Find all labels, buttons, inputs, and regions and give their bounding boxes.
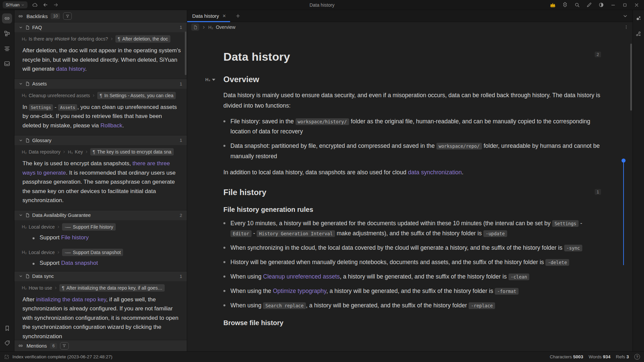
list-item[interactable]: When using Cleanup unreferenced assets, … (223, 272, 603, 282)
panel-scrollbar[interactable] (185, 32, 186, 75)
heading-text[interactable]: File history (223, 188, 603, 197)
backlink-paragraph[interactable]: In Settings - Assets, you can clean up u… (22, 103, 181, 130)
p-block[interactable]: Data history is mainly used to ensure da… (223, 90, 603, 111)
close-icon[interactable] (634, 2, 639, 8)
backlink-breadcrumb[interactable]: H₂Local device·—Support Data snapshot (14, 246, 187, 257)
list-item[interactable]: When using the Optimize typography, a hi… (223, 286, 603, 296)
backlink-section-header[interactable]: FAQ1 (14, 22, 187, 32)
more-menu-icon[interactable] (624, 25, 629, 29)
editor-scrollbar[interactable] (630, 44, 632, 111)
breadcrumb-chip[interactable]: ¶After deletion, the doc (115, 35, 170, 43)
backlink-section-header[interactable]: Assets1 (14, 79, 187, 89)
backlink-paragraph[interactable]: The key is used to encrypt data snapshot… (22, 159, 181, 205)
collapse-caret-icon[interactable] (19, 25, 23, 29)
heading-text[interactable]: Browse file history (223, 319, 603, 327)
tab-close-icon[interactable]: ✕ (222, 13, 226, 18)
theme-contrast-icon[interactable] (598, 2, 604, 8)
heading-text[interactable]: OverviewH₂ (223, 75, 603, 84)
mentions-filter-button[interactable] (60, 342, 69, 350)
membership-crown-icon[interactable] (550, 2, 556, 8)
backlink-section-header[interactable]: Data Availability Guarantee2 (14, 210, 187, 220)
backlink-paragraph[interactable]: After initializing the data repo key, if… (22, 295, 181, 340)
backlink-paragraph[interactable]: After deletion, the doc will not appear … (22, 46, 181, 74)
document-content[interactable]: Data history2OverviewH₂Data history is m… (187, 32, 633, 351)
inbox-dock-icon[interactable] (2, 59, 12, 69)
backlink-breadcrumb[interactable]: H₂Local device·—Support File history (14, 220, 187, 232)
global-graph-dock-icon[interactable] (634, 29, 643, 39)
h3-block[interactable]: File history generation rules (223, 206, 603, 214)
block-ref-link[interactable]: Rollback (100, 122, 122, 129)
bookmark-dock-icon[interactable] (2, 323, 12, 333)
search-icon[interactable] (574, 2, 580, 8)
text-run: Support (40, 260, 61, 266)
collapse-caret-icon[interactable] (19, 213, 23, 217)
h2-block[interactable]: OverviewH₂ (223, 75, 603, 84)
mentions-bar[interactable]: Mentions 6 (14, 340, 187, 351)
ref-count-badge[interactable]: 2 (595, 52, 601, 57)
breadcrumb-heading-text[interactable]: Overview (216, 24, 235, 30)
list-item[interactable]: File history: saved in the workspace/his… (223, 116, 603, 136)
list-item[interactable]: When using Search replace, a history wil… (223, 300, 603, 310)
backlink-section-header[interactable]: Data sync1 (14, 271, 187, 281)
breadcrumb-chip[interactable]: ·—Support File history (62, 223, 115, 231)
backlinks-filter-button[interactable] (63, 12, 72, 20)
tag-dock-icon[interactable] (2, 338, 12, 348)
h1-block[interactable]: Data history2 (223, 50, 603, 63)
collapse-caret-icon[interactable] (19, 138, 23, 142)
heading-gutter[interactable]: H₂ (205, 77, 215, 82)
h3-block[interactable]: Browse file history (223, 319, 603, 327)
minimize-icon[interactable] (610, 2, 616, 8)
backlink-breadcrumb[interactable]: H₂How to use¶After initializing the data… (14, 281, 187, 293)
backlink-list-item[interactable]: Support File history (33, 234, 181, 241)
heading-text[interactable]: Data history (223, 50, 603, 63)
backlink-breadcrumb[interactable]: H₂Data repositoryH₃Key¶The key is used t… (14, 145, 187, 157)
list-item[interactable]: When synchronizing in the cloud, the loc… (223, 243, 603, 253)
breadcrumb-chip[interactable]: ¶In Settings - Assets, you can clea (97, 92, 176, 99)
backlink-doc-count: 1 (180, 138, 182, 143)
p-block[interactable]: In addition to local data history, data … (223, 167, 603, 178)
maximize-icon[interactable] (622, 2, 628, 8)
backlink-list-item[interactable]: Support Data snapshot (33, 260, 181, 266)
block-ref-link[interactable]: initializing the data repo key (36, 296, 106, 303)
backlinks-dock-icon[interactable] (2, 13, 12, 23)
backlink-doc-title: Assets (32, 81, 47, 86)
back-icon[interactable] (43, 2, 48, 8)
paragraph-text[interactable]: In addition to local data history, data … (223, 167, 603, 178)
list-item[interactable]: History will be generated when manually … (223, 257, 603, 267)
graph-dock-icon[interactable] (2, 28, 12, 39)
block-ref-link[interactable]: data history (56, 66, 85, 72)
backlink-breadcrumb[interactable]: H₂Cleanup unreferenced assets¶In Setting… (14, 89, 187, 100)
ul-block[interactable]: File history: saved in the workspace/his… (223, 116, 603, 161)
breadcrumb-chip[interactable]: ¶After initializing the data repo key, i… (59, 284, 165, 292)
block-ref-link[interactable]: Optimize typography (273, 288, 326, 294)
block-ref-link[interactable]: File history (61, 234, 89, 241)
cloud-sync-icon[interactable] (32, 2, 38, 8)
backlink-graph-dock-icon[interactable] (634, 13, 643, 23)
tab-menu-chevron-icon[interactable] (623, 13, 633, 19)
tab-data-history[interactable]: Data history ✕ (187, 10, 230, 22)
block-ref-link[interactable]: Cleanup unreferenced assets (263, 273, 340, 280)
breadcrumb-chip[interactable]: ¶The key is used to encrypt data sna (90, 148, 174, 156)
app-menu-button[interactable]: SiYuan (3, 1, 28, 8)
edit-pencil-icon[interactable] (586, 2, 592, 8)
plugin-icon[interactable] (562, 2, 568, 8)
h2-block[interactable]: File history1 (223, 188, 603, 197)
ref-count-badge[interactable]: 1 (595, 189, 601, 195)
collapse-caret-icon[interactable] (19, 82, 23, 86)
ul-block[interactable]: Every 10 minutes, a history will be gene… (223, 218, 603, 311)
help-icon[interactable]: ? (634, 354, 640, 360)
collapse-caret-icon[interactable] (19, 274, 23, 278)
new-tab-button[interactable] (235, 13, 240, 18)
document-icon[interactable] (191, 23, 199, 31)
backlink-section-header[interactable]: Glossary1 (14, 135, 187, 145)
outline-dock-icon[interactable] (2, 44, 12, 54)
backlink-breadcrumb[interactable]: H₂Is there any #Note# for deleting docs?… (14, 32, 187, 44)
paragraph-text[interactable]: Data history is mainly used to ensure da… (223, 90, 603, 111)
breadcrumb-chip[interactable]: ·—Support Data snapshot (62, 249, 123, 256)
list-item[interactable]: Every 10 minutes, a history will be gene… (223, 218, 603, 238)
forward-icon[interactable] (53, 2, 59, 8)
heading-text[interactable]: File history generation rules (223, 206, 603, 214)
block-ref-link[interactable]: data synchronization (408, 169, 462, 176)
list-item[interactable]: Data snapshot: partitioned by file, encr… (223, 141, 603, 161)
block-ref-link[interactable]: Data snapshot (61, 260, 98, 266)
